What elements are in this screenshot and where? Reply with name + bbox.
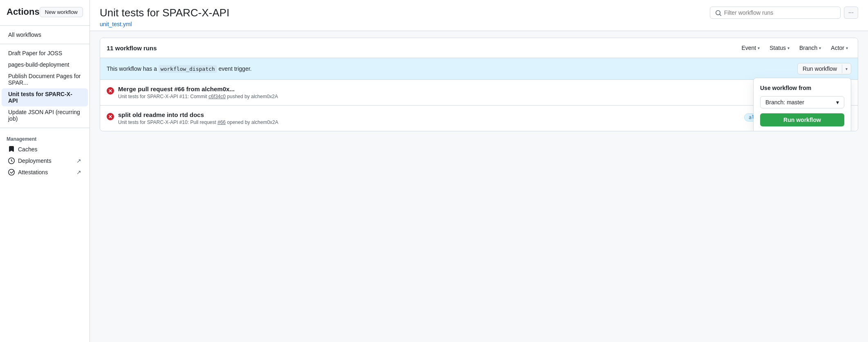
sidebar-item-attestations[interactable]: Attestations ↗ xyxy=(2,166,88,178)
external-link-icon-attestations: ↗ xyxy=(76,169,81,176)
actor-filter-chevron: ▾ xyxy=(846,46,848,50)
main-header: Unit tests for SPARC-X-API unit_test.yml… xyxy=(90,0,868,31)
cache-icon xyxy=(8,146,15,153)
sidebar-item-unit-tests[interactable]: Unit tests for SPARC-X-API xyxy=(2,88,88,106)
status-filter-chevron: ▾ xyxy=(787,46,790,50)
run-workflow-chevron: ▾ xyxy=(842,65,851,73)
runs-container: 11 workflow runs Event ▾ Status ▾ Branch… xyxy=(100,38,858,131)
run-workflow-popup: Use workflow from Branch: master ▾ Run w… xyxy=(753,78,851,131)
runs-count: 11 workflow runs xyxy=(107,45,738,52)
branch-select-chevron: ▾ xyxy=(836,99,839,106)
page-title: Unit tests for SPARC-X-API xyxy=(100,7,229,19)
runs-header: 11 workflow runs Event ▾ Status ▾ Branch… xyxy=(100,38,858,58)
run-workflow-dropdown[interactable]: Run workflow ▾ xyxy=(797,63,851,74)
filter-search-box xyxy=(710,7,841,18)
sidebar-divider-2 xyxy=(0,44,89,44)
sidebar-item-publish-doc[interactable]: Publish Document Pages for SPAR... xyxy=(2,70,88,88)
main-content: Unit tests for SPARC-X-API unit_test.yml… xyxy=(90,0,868,342)
header-right: ··· xyxy=(710,7,858,19)
workflow-file-link-container: unit_test.yml xyxy=(100,21,229,27)
workflow-file-link[interactable]: unit_test.yml xyxy=(100,21,132,27)
header-left: Unit tests for SPARC-X-API unit_test.yml xyxy=(100,7,229,27)
event-filter-button[interactable]: Event ▾ xyxy=(738,43,763,53)
sidebar: Actions New workflow All workflows Draft… xyxy=(0,0,90,342)
search-input[interactable] xyxy=(724,9,835,16)
run-info-1: Merge pull request #66 from alchem0x... … xyxy=(118,86,839,99)
more-options-button[interactable]: ··· xyxy=(844,7,858,19)
sidebar-divider-3 xyxy=(0,128,89,128)
run-title-2[interactable]: split old readme into rtd docs xyxy=(118,111,740,118)
sidebar-divider-1 xyxy=(0,25,89,26)
event-filter-chevron: ▾ xyxy=(758,46,760,50)
dispatch-code: workflow_dispatch xyxy=(159,65,217,73)
sidebar-item-deployments[interactable]: Deployments ↗ xyxy=(2,155,88,166)
external-link-icon-deployments: ↗ xyxy=(76,158,81,164)
sidebar-header: Actions New workflow xyxy=(0,7,89,22)
sidebar-item-pages-build[interactable]: pages-build-deployment xyxy=(2,59,88,70)
run-sub-2: Unit tests for SPARC-X-API #10: Pull req… xyxy=(118,119,740,125)
commit-link-1[interactable]: c6f34c0 xyxy=(208,94,226,99)
run-item-1: Merge pull request #66 from alchem0x... … xyxy=(100,80,858,106)
actor-filter-button[interactable]: Actor ▾ xyxy=(828,43,851,53)
run-info-2: split old readme into rtd docs Unit test… xyxy=(118,111,740,125)
run-workflow-label: Run workflow xyxy=(798,63,842,74)
content-area: 11 workflow runs Event ▾ Status ▾ Branch… xyxy=(90,31,868,342)
status-filter-button[interactable]: Status ▾ xyxy=(766,43,793,53)
popup-title: Use workflow from xyxy=(760,85,844,91)
run-workflow-container: Run workflow ▾ Use workflow from Branch:… xyxy=(797,63,851,74)
management-section-title: Management xyxy=(0,131,89,144)
sidebar-item-draft-paper[interactable]: Draft Paper for JOSS xyxy=(2,47,88,59)
run-status-error-icon-1 xyxy=(107,86,114,95)
pr-link-2[interactable]: #66 xyxy=(217,119,226,125)
run-status-error-icon-2 xyxy=(107,112,114,121)
deploy-icon xyxy=(8,158,15,164)
new-workflow-button[interactable]: New workflow xyxy=(40,7,83,17)
branch-select[interactable]: Branch: master ▾ xyxy=(760,96,844,108)
filter-group: Event ▾ Status ▾ Branch ▾ Actor ▾ xyxy=(738,43,851,53)
branch-filter-chevron: ▾ xyxy=(819,46,821,50)
run-item-2: split old readme into rtd docs Unit test… xyxy=(100,106,858,131)
sidebar-title: Actions xyxy=(7,7,40,17)
branch-filter-button[interactable]: Branch ▾ xyxy=(796,43,824,53)
dispatch-text: This workflow has a workflow_dispatch ev… xyxy=(107,65,252,72)
search-icon xyxy=(715,9,722,16)
dispatch-banner: This workflow has a workflow_dispatch ev… xyxy=(100,58,858,80)
sidebar-item-all-workflows[interactable]: All workflows xyxy=(2,29,88,40)
sidebar-item-caches[interactable]: Caches xyxy=(2,144,88,155)
run-sub-1: Unit tests for SPARC-X-API #11: Commit c… xyxy=(118,94,839,99)
run-title-1[interactable]: Merge pull request #66 from alchem0x... xyxy=(118,86,839,92)
sidebar-item-update-json[interactable]: Update JSON API (recurring job) xyxy=(2,106,88,124)
run-workflow-submit-button[interactable]: Run workflow xyxy=(760,113,844,126)
attest-icon xyxy=(8,169,15,176)
